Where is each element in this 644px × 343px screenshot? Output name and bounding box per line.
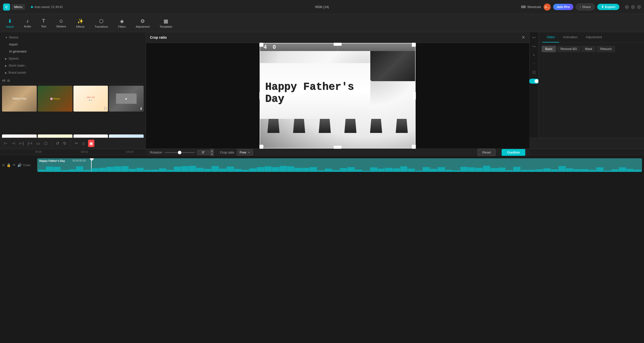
- media-item-4[interactable]: ▶ ⬇: [109, 86, 144, 112]
- timeline-trim-start-btn[interactable]: ⊣: [11, 140, 16, 147]
- tool-stickers-label: Stickers: [56, 25, 66, 28]
- tool-templates[interactable]: ▦ Templates: [157, 17, 174, 29]
- tool-filters[interactable]: ◈ Filters: [116, 17, 128, 29]
- track-eye-btn[interactable]: 👁: [12, 163, 16, 167]
- nav-brand-assets[interactable]: ▶ Brand assets: [3, 69, 143, 76]
- left-panel-nav: ▼ Device Import AI generated ▶ Spaces ▶ …: [0, 32, 146, 78]
- undo-icon[interactable]: ↩: [532, 35, 536, 40]
- export-icon: ⬆: [601, 5, 604, 9]
- window-controls: [625, 5, 641, 9]
- rotation-input[interactable]: [197, 150, 209, 155]
- share-button[interactable]: ↑ Share: [576, 4, 595, 10]
- logo-area: C Menu: [3, 4, 25, 11]
- chevron-right-icon-3: ▶: [5, 71, 7, 74]
- track-add-btn[interactable]: ⊕: [2, 163, 5, 167]
- maximize-button[interactable]: [631, 5, 635, 9]
- tool-transitions-label: Transitions: [95, 25, 108, 28]
- minimize-button[interactable]: [625, 5, 629, 9]
- track-lock-btn[interactable]: 🔒: [7, 163, 11, 167]
- sub-tab-retouch[interactable]: Retouch: [597, 46, 615, 52]
- sub-tab-remove-bg[interactable]: Remove BG: [557, 46, 580, 52]
- nav-spaces[interactable]: ▶ Spaces: [3, 55, 143, 62]
- tool-adjustment[interactable]: ⚙ Adjustment: [134, 17, 151, 29]
- right-panel-tabs: Video Animation Adjustment: [539, 32, 644, 43]
- timeline-undo-btn[interactable]: ↺: [55, 140, 60, 147]
- track-audio-btn[interactable]: 🔊: [17, 163, 22, 167]
- tab-adjustment[interactable]: Adjustment: [582, 32, 606, 42]
- track-content[interactable]: Happy Father's Day 00:00:05.00 for(let i…: [37, 158, 642, 172]
- redo-icon[interactable]: ↪: [532, 44, 536, 49]
- auto-save-dot: [31, 6, 33, 8]
- preview-toggle[interactable]: [529, 79, 539, 84]
- timeline-frame-btn[interactable]: ▭: [35, 140, 41, 147]
- nav-device[interactable]: ▼ Device: [3, 34, 143, 41]
- timeline-anchor-btn[interactable]: ◇: [81, 140, 86, 147]
- timeline-cut-btn[interactable]: ✂: [74, 140, 79, 147]
- media-item-1[interactable]: Father's Day: [2, 86, 37, 112]
- media-item-3[interactable]: ዳዊት ሳሚ ♥ ☺ ⬇: [73, 86, 108, 112]
- close-window-button[interactable]: [637, 5, 641, 9]
- timeline-shape-btn[interactable]: ⬡: [43, 140, 49, 147]
- tool-import[interactable]: ⬇ Import: [4, 17, 16, 29]
- crop-ratio-value: Free: [240, 151, 247, 154]
- crop-handle-lm[interactable]: [259, 92, 262, 100]
- rotation-slider[interactable]: [165, 152, 195, 153]
- tool-effects[interactable]: ✨ Effects: [74, 17, 87, 29]
- rotation-thumb[interactable]: [178, 151, 181, 154]
- tool-stickers[interactable]: ☺ Stickers: [54, 17, 68, 29]
- menu-button[interactable]: Menu: [12, 4, 25, 10]
- main-toolbar: ⬇ Import ♪ Audio T Text ☺ Stickers ✨ Eff…: [0, 14, 644, 32]
- tool-text[interactable]: T Text: [39, 17, 48, 29]
- zoom-in-icon[interactable]: +: [533, 53, 535, 57]
- timeline-split-at-btn[interactable]: |⊣: [27, 140, 33, 147]
- crop-handle-br[interactable]: [412, 145, 416, 149]
- rotation-down-btn[interactable]: ▼: [210, 153, 214, 156]
- zoom-out-icon[interactable]: -: [533, 61, 535, 66]
- crop-ratio-dropdown[interactable]: Free ▼: [237, 149, 253, 156]
- nav-ai-generated[interactable]: AI generated: [3, 48, 143, 55]
- transitions-icon: ⬡: [99, 18, 103, 24]
- filters-icon: ◈: [120, 18, 124, 24]
- user-avatar[interactable]: C...: [544, 4, 551, 11]
- auto-save-text: Auto saved: 21:39:42: [34, 5, 63, 9]
- track-cover-label: Cover: [23, 164, 30, 167]
- tab-video[interactable]: Video: [543, 32, 559, 42]
- tool-text-label: Text: [41, 25, 46, 28]
- filter-icon[interactable]: ⊟: [7, 79, 10, 82]
- crop-handle-rm[interactable]: [413, 92, 416, 100]
- sub-tab-basic[interactable]: Basic: [542, 46, 556, 52]
- crop-overlay[interactable]: [260, 43, 416, 149]
- export-button[interactable]: ⬆ Export: [597, 4, 619, 10]
- timeline-trim-end-btn[interactable]: ⊢|: [18, 140, 25, 147]
- crop-handle-bl[interactable]: [259, 145, 263, 149]
- tool-effects-label: Effects: [76, 25, 85, 28]
- confirm-button[interactable]: Confirm: [502, 149, 525, 156]
- reset-button[interactable]: Reset: [477, 149, 496, 156]
- tool-transitions[interactable]: ⬡ Transitions: [93, 17, 110, 29]
- tool-adjustment-label: Adjustment: [136, 25, 149, 28]
- shortcuts-label: Shortcuts: [527, 5, 541, 9]
- sub-tab-mask[interactable]: Mask: [582, 46, 596, 52]
- timeline-crop-btn[interactable]: ▣: [88, 140, 94, 147]
- rotation-section: Rotation ▲ ▼: [150, 149, 214, 156]
- nav-device-label: Device: [9, 36, 18, 39]
- join-pro-button[interactable]: Join Pro: [553, 4, 573, 10]
- fit-icon[interactable]: ⊡: [532, 70, 536, 75]
- crop-close-button[interactable]: ✕: [521, 35, 525, 40]
- nav-stock-materials[interactable]: ▶ Stock mater...: [3, 62, 143, 69]
- tool-audio[interactable]: ♪ Audio: [22, 17, 33, 29]
- rotation-up-btn[interactable]: ▲: [210, 149, 214, 153]
- effects-icon: ✨: [77, 18, 84, 24]
- crop-handle-tl[interactable]: [259, 43, 263, 47]
- export-label: Export: [605, 5, 615, 9]
- shortcuts-button[interactable]: ⌨ Shortcuts: [521, 5, 541, 9]
- nav-stock-label: Stock mater...: [9, 64, 27, 67]
- crop-handle-tr[interactable]: [412, 43, 416, 47]
- nav-import[interactable]: Import: [3, 41, 143, 48]
- timeline-split-btn[interactable]: ⊢: [3, 140, 9, 147]
- all-filter-label[interactable]: All: [2, 79, 5, 82]
- media-item-2[interactable]: 🌸 Roses: [38, 86, 72, 112]
- import-icon: ⬇: [8, 18, 12, 24]
- tab-animation[interactable]: Animation: [559, 32, 582, 42]
- timeline-redo-btn[interactable]: ↻: [62, 140, 67, 147]
